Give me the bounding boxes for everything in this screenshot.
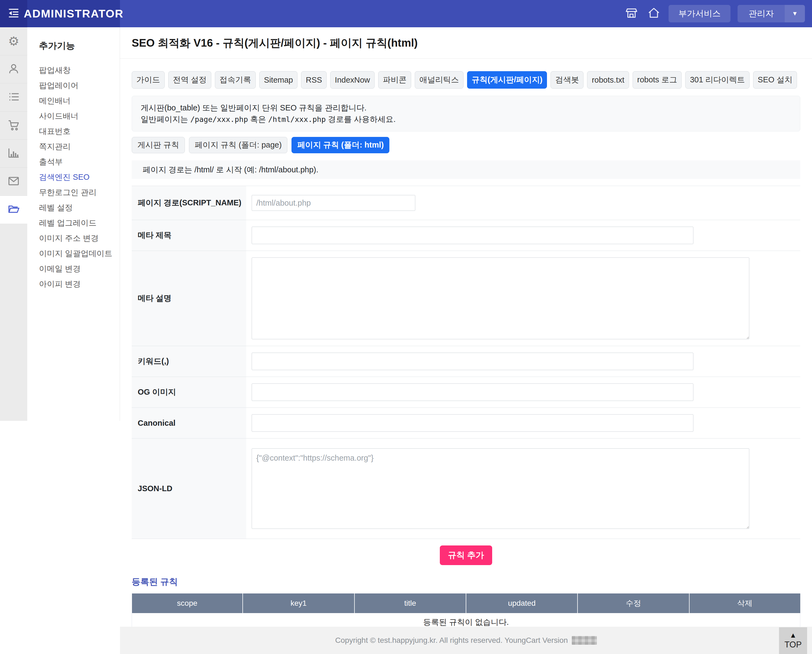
brand-area: ADMINISTRATOR <box>27 0 120 27</box>
chart-icon <box>8 147 20 160</box>
sidebar-icon-mail[interactable] <box>0 168 27 196</box>
sidebar-item-level-upgrade[interactable]: 레벨 업그레이드 <box>39 215 120 231</box>
field-label: OG 이미지 <box>132 377 246 408</box>
info-line-1: 게시판(bo_table) 또는 일반페이지 단위 SEO 규칙을 관리합니다. <box>141 102 791 113</box>
collapse-menu-icon <box>7 6 20 21</box>
gear-icon: ⚙ <box>8 35 19 47</box>
caret-down-icon[interactable]: ▼ <box>785 5 805 22</box>
form-row-script-name: 페이지 경로(SCRIPT_NAME) <box>132 186 800 220</box>
meta-title-input[interactable] <box>252 227 693 244</box>
storefront-button[interactable] <box>624 6 639 21</box>
form-row-meta-title: 메타 제목 <box>132 220 800 251</box>
page-header: SEO 최적화 V16 - 규칙(게시판/페이지) - 페이지 규칙(html) <box>120 27 812 59</box>
sidebar-icon-board[interactable] <box>0 84 27 112</box>
add-rule-button[interactable]: 규칙 추가 <box>440 546 493 565</box>
tab-301-redirect[interactable]: 301 리다이렉트 <box>685 71 749 89</box>
admin-button-label: 관리자 <box>737 8 785 19</box>
sidebar-icon-stats[interactable] <box>0 140 27 168</box>
sidebar-item-image-batch-update[interactable]: 이미지 일괄업데이트 <box>39 246 120 261</box>
home-button[interactable] <box>646 6 661 21</box>
footer: Copyright © test.happyjung.kr. All right… <box>120 627 812 654</box>
tab-indexnow[interactable]: IndexNow <box>330 71 375 89</box>
registered-rules-heading[interactable]: 등록된 규칙 <box>132 576 800 588</box>
cart-icon <box>8 119 20 132</box>
sidebar-item-level-settings[interactable]: 레벨 설정 <box>39 200 120 215</box>
sidebar-item-ip-change[interactable]: 아이피 변경 <box>39 276 120 292</box>
mail-icon <box>8 175 20 188</box>
scroll-top-button[interactable]: ▲ TOP <box>779 627 807 654</box>
storefront-icon <box>625 7 638 20</box>
col-title: title <box>354 593 466 613</box>
sidebar-icon-members[interactable] <box>0 55 27 84</box>
path-note: 페이지 경로는 /html/ 로 시작 (예: /html/about.php)… <box>132 160 800 179</box>
sidebar-item-main-phone[interactable]: 대표번호 <box>39 124 120 139</box>
subtab-page-rules-page[interactable]: 페이지 규칙 (폴더: page) <box>189 137 287 153</box>
json-ld-textarea[interactable] <box>252 448 749 529</box>
user-icon <box>8 63 20 76</box>
sidebar-item-popup-layer[interactable]: 팝업레이어 <box>39 78 120 93</box>
tab-searchbot[interactable]: 검색봇 <box>551 71 583 89</box>
sidebar-item-memo[interactable]: 쪽지관리 <box>39 139 120 154</box>
col-updated: updated <box>466 593 577 613</box>
info-line-2: 일반페이지는 /page/xxx.php 혹은 /html/xxx.php 경로… <box>141 113 791 125</box>
sidebar-item-main-banner[interactable]: 메인배너 <box>39 93 120 108</box>
sidebar-item-popup-window[interactable]: 팝업새창 <box>39 63 120 78</box>
canonical-input[interactable] <box>252 414 693 432</box>
brand-title: ADMINISTRATOR <box>24 8 124 20</box>
rule-form: 페이지 경로(SCRIPT_NAME) 메타 제목 메타 설명 키워드(,) O… <box>132 186 800 539</box>
admin-menu-button[interactable]: 관리자 ▼ <box>737 5 805 22</box>
field-label: Canonical <box>132 408 246 438</box>
meta-description-textarea[interactable] <box>252 257 749 339</box>
services-button[interactable]: 부가서비스 <box>669 5 731 22</box>
rules-subtab-bar: 게시판 규칙 페이지 규칙 (폴더: page) 페이지 규칙 (폴더: htm… <box>132 137 800 153</box>
sidebar-item-attendance[interactable]: 출석부 <box>39 154 120 170</box>
subtab-board-rules[interactable]: 게시판 규칙 <box>132 137 185 153</box>
tab-rules-board-page[interactable]: 규칙(게시판/페이지) <box>467 71 547 89</box>
tab-analytics[interactable]: 애널리틱스 <box>415 71 464 89</box>
top-bar: ADMINISTRATOR 부가서비스 관리자 ▼ <box>0 0 812 27</box>
rules-info-box: 게시판(bo_table) 또는 일반페이지 단위 SEO 규칙을 관리합니다.… <box>132 96 800 131</box>
copyright-text: Copyright © test.happyjung.kr. All right… <box>335 636 568 645</box>
field-label: JSON-LD <box>132 439 246 539</box>
tab-global-settings[interactable]: 전역 설정 <box>168 71 211 89</box>
sidebar-icon-shop[interactable] <box>0 112 27 140</box>
script-name-input[interactable] <box>252 195 415 211</box>
registered-rules-table: scope key1 title updated 수정 삭제 등록된 규칙이 없… <box>132 593 800 632</box>
folder-icon <box>8 203 20 217</box>
field-label: 메타 제목 <box>132 220 246 251</box>
col-edit: 수정 <box>577 593 689 613</box>
og-image-input[interactable] <box>252 384 693 401</box>
scroll-top-label: TOP <box>785 640 801 649</box>
form-row-keywords: 키워드(,) <box>132 346 800 377</box>
form-row-meta-description: 메타 설명 <box>132 251 800 346</box>
col-key1: key1 <box>243 593 354 613</box>
form-row-canonical: Canonical <box>132 408 800 439</box>
form-row-og-image: OG 이미지 <box>132 377 800 408</box>
tab-robots-txt[interactable]: robots.txt <box>587 71 629 89</box>
sidebar-item-infinite-login[interactable]: 무한로그인 관리 <box>39 185 120 200</box>
collapse-menu-button[interactable] <box>0 0 27 27</box>
version-redacted <box>572 636 597 645</box>
page-title: SEO 최적화 V16 - 규칙(게시판/페이지) - 페이지 규칙(html) <box>132 35 418 50</box>
tab-access-log[interactable]: 접속기록 <box>215 71 256 89</box>
main-content: SEO 최적화 V16 - 규칙(게시판/페이지) - 페이지 규칙(html)… <box>120 27 812 654</box>
sidebar-menu: 추가기능 팝업새창 팝업레이어 메인배너 사이드배너 대표번호 쪽지관리 출석부… <box>27 27 120 421</box>
seo-tab-bar: 가이드 전역 설정 접속기록 Sitemap RSS IndexNow 파비콘 … <box>132 71 800 89</box>
arrow-up-icon: ▲ <box>790 632 797 639</box>
sidebar-item-side-banner[interactable]: 사이드배너 <box>39 108 120 124</box>
tab-robots-log[interactable]: robots 로그 <box>633 71 682 89</box>
tab-seo-install[interactable]: SEO 설치 <box>753 71 797 89</box>
subtab-page-rules-html[interactable]: 페이지 규칙 (폴더: html) <box>292 137 389 153</box>
tab-sitemap[interactable]: Sitemap <box>259 71 298 89</box>
sidebar-item-seo[interactable]: 검색엔진 SEO <box>39 170 120 185</box>
sidebar-item-email-change[interactable]: 이메일 변경 <box>39 261 120 276</box>
sidebar-item-image-url-change[interactable]: 이미지 주소 변경 <box>39 231 120 246</box>
keywords-input[interactable] <box>252 353 693 370</box>
list-icon <box>8 90 20 104</box>
field-label: 키워드(,) <box>132 346 246 377</box>
tab-rss[interactable]: RSS <box>301 71 327 89</box>
sidebar-icon-extras[interactable] <box>0 196 27 224</box>
sidebar-icon-config[interactable]: ⚙ <box>0 27 27 55</box>
tab-guide[interactable]: 가이드 <box>132 71 165 89</box>
tab-favicon[interactable]: 파비콘 <box>378 71 411 89</box>
